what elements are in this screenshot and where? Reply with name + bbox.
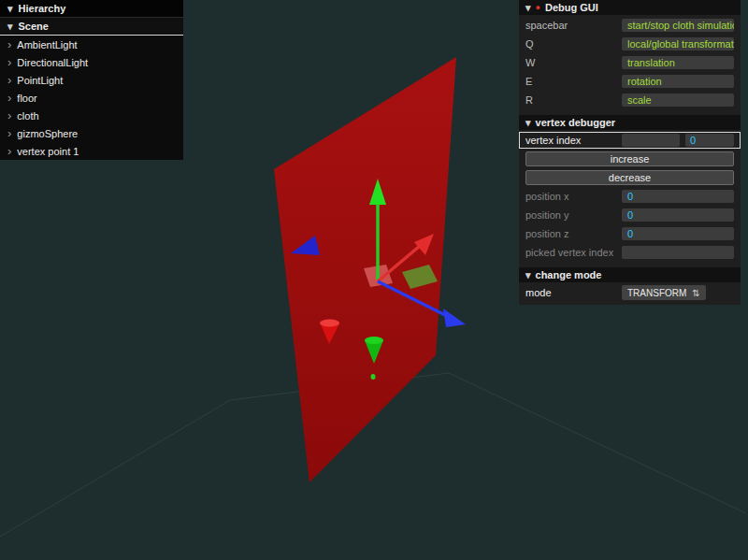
chevron-right-icon: › <box>7 109 11 122</box>
tree-item-ambientlight[interactable]: › AmbientLight <box>0 36 183 53</box>
row-label: position y <box>525 209 616 221</box>
row-value: translation <box>622 56 734 69</box>
debug-gui-header[interactable]: ▾ ● Debug GUI <box>519 0 741 15</box>
tree-item-pointlight[interactable]: › PointLight <box>0 71 183 89</box>
mode-row: mode TRANSFORM ⇅ <box>519 284 741 301</box>
row-value: rotation <box>622 75 734 88</box>
shortcut-row-e: E rotation <box>519 73 741 90</box>
tree-item-label: vertex point 1 <box>17 146 79 157</box>
row-label: spacebar <box>525 20 616 31</box>
folder-vertex-debugger[interactable]: ▾ vertex debugger <box>519 115 741 130</box>
position-y-row: position y 0 <box>519 207 741 223</box>
row-label: picked vertex index <box>525 247 616 258</box>
vertex-index-row: vertex index 0 <box>519 132 741 149</box>
chevron-right-icon: › <box>7 92 11 104</box>
position-y-value: 0 <box>622 208 734 222</box>
tree-item-label: floor <box>17 93 36 104</box>
position-z-row: position z 0 <box>519 225 741 242</box>
chevron-down-icon: ▾ <box>525 3 531 13</box>
chevron-right-icon: › <box>7 56 11 68</box>
increase-button[interactable]: increase <box>525 151 734 166</box>
tree-item-gizmosphere[interactable]: › gizmoSphere <box>0 124 183 142</box>
scene-label: Scene <box>19 21 49 32</box>
row-value: start/stop cloth simulation <box>622 19 734 32</box>
tree-item-cloth[interactable]: › cloth <box>0 107 183 124</box>
row-label: W <box>525 57 616 68</box>
vertex-index-slider[interactable] <box>622 134 680 147</box>
row-value: scale <box>622 93 734 107</box>
tree-item-directionallight[interactable]: › DirectionalLight <box>0 53 183 71</box>
vertex-point-dot[interactable] <box>371 374 376 380</box>
chevron-down-icon: ▾ <box>7 22 13 32</box>
vertex-index-input[interactable]: 0 <box>685 134 734 147</box>
chevron-down-icon: ▾ <box>525 118 531 128</box>
picked-vertex-index-row: picked vertex index <box>519 244 741 261</box>
tree-item-label: AmbientLight <box>17 39 77 50</box>
row-label: position x <box>525 191 616 202</box>
picked-vertex-index-value <box>622 246 734 259</box>
debug-gui-panel: ▾ ● Debug GUI spacebar start/stop cloth … <box>519 0 741 305</box>
shortcut-row-r: R scale <box>519 92 741 108</box>
tree-item-label: PointLight <box>17 75 63 86</box>
chevron-right-icon: › <box>7 145 11 157</box>
row-label: mode <box>525 287 616 298</box>
chevron-right-icon: › <box>7 127 11 139</box>
shortcut-row-q: Q local/global transformation <box>519 36 741 52</box>
select-arrows-icon: ⇅ <box>692 288 699 298</box>
debug-gui-icon: ● <box>536 4 540 12</box>
tree-item-floor[interactable]: › floor <box>0 89 183 107</box>
tree-item-label: cloth <box>17 110 38 122</box>
position-z-value: 0 <box>622 227 734 240</box>
hierarchy-panel: ▾ Hierarchy ▾ Scene › AmbientLight › Dir… <box>0 0 183 160</box>
row-value: local/global transformation <box>622 37 734 50</box>
decrease-button[interactable]: decrease <box>525 170 734 185</box>
row-label: vertex index <box>525 135 616 146</box>
gizmo-arrow-z[interactable] <box>443 309 466 327</box>
tree-item-scene[interactable]: ▾ Scene <box>0 18 183 36</box>
chevron-right-icon: › <box>7 74 11 86</box>
row-label: R <box>525 94 616 106</box>
increase-button-row: increase <box>519 151 741 167</box>
chevron-down-icon: ▾ <box>7 4 13 14</box>
row-label: position z <box>525 228 616 239</box>
chevron-right-icon: › <box>7 38 11 50</box>
folder-change-mode[interactable]: ▾ change mode <box>519 267 741 282</box>
chevron-down-icon: ▾ <box>525 270 531 280</box>
shortcut-row-spacebar: spacebar start/stop cloth simulation <box>519 17 741 34</box>
folder-title: change mode <box>536 269 602 280</box>
hierarchy-title: Hierarchy <box>19 3 66 14</box>
tree-item-vertex-point-1[interactable]: › vertex point 1 <box>0 142 183 160</box>
debug-gui-title: Debug GUI <box>545 2 598 13</box>
position-x-value: 0 <box>622 190 734 203</box>
mode-select[interactable]: TRANSFORM ⇅ <box>622 285 706 300</box>
tree-item-label: DirectionalLight <box>17 57 88 68</box>
hierarchy-header[interactable]: ▾ Hierarchy <box>0 0 183 18</box>
folder-title: vertex debugger <box>536 117 616 128</box>
tree-item-label: gizmoSphere <box>17 128 78 139</box>
mode-select-value: TRANSFORM <box>627 288 686 298</box>
row-label: Q <box>525 38 616 50</box>
shortcut-row-w: W translation <box>519 54 741 71</box>
row-label: E <box>525 76 616 87</box>
decrease-button-row: decrease <box>519 169 741 186</box>
position-x-row: position x 0 <box>519 188 741 205</box>
